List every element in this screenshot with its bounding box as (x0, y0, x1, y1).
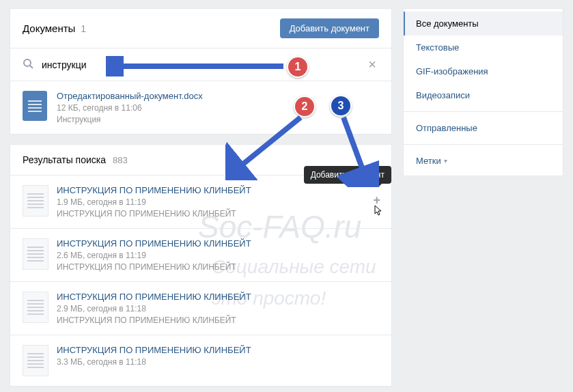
documents-count: 1 (81, 23, 86, 34)
result-item[interactable]: ИНСТРУКЦИЯ ПО ПРИМЕНЕНИЮ КЛИНБЕЙТ 1.9 МБ… (10, 176, 391, 229)
result-desc: ИНСТРУКЦИЯ ПО ПРИМЕНЕНИЮ КЛИНБЕЙТ (57, 209, 379, 219)
document-thumb-icon (23, 185, 48, 216)
document-file-icon (23, 91, 47, 121)
documents-title: Документы (23, 23, 75, 34)
documents-panel: Документы 1 Добавить документ × Отредакт… (10, 8, 392, 135)
result-title: ИНСТРУКЦИЯ ПО ПРИМЕНЕНИЮ КЛИНБЕЙТ (57, 292, 379, 302)
own-document-row[interactable]: Отредактированный-документ.docx 12 КБ, с… (10, 81, 391, 134)
add-document-tooltip: Добавить документ (304, 166, 391, 184)
result-title: ИНСТРУКЦИЯ ПО ПРИМЕНЕНИЮ КЛИНБЕЙТ (57, 238, 379, 249)
svg-line-1 (30, 66, 33, 68)
sidebar-panel: Все документыТекстовыеGIF-изображенияВид… (403, 8, 563, 176)
result-title: ИНСТРУКЦИЯ ПО ПРИМЕНЕНИЮ КЛИНБЕЙТ (57, 185, 379, 195)
result-desc: ИНСТРУКЦИЯ ПО ПРИМЕНЕНИЮ КЛИНБЕЙТ (57, 262, 379, 272)
result-item[interactable]: ИНСТРУКЦИЯ ПО ПРИМЕНЕНИЮ КЛИНБЕЙТ 2.6 МБ… (10, 229, 391, 282)
search-results-panel: Результаты поиска 883 ИНСТРУКЦИЯ ПО ПРИМ… (10, 144, 392, 387)
results-count: 883 (113, 155, 128, 165)
sidebar-sent[interactable]: Отправленные (404, 116, 563, 140)
document-thumb-icon (23, 345, 48, 376)
clear-search-button[interactable]: × (365, 57, 379, 72)
result-item[interactable]: ИНСТРУКЦИЯ ПО ПРИМЕНЕНИЮ КЛИНБЕЙТ 3.3 МБ… (10, 335, 391, 386)
sidebar-item-1[interactable]: Текстовые (404, 36, 563, 59)
sidebar-item-0[interactable]: Все документы (404, 12, 563, 36)
result-title: ИНСТРУКЦИЯ ПО ПРИМЕНЕНИЮ КЛИНБЕЙТ (57, 345, 379, 355)
results-title: Результаты поиска (23, 154, 106, 165)
add-document-button[interactable]: Добавить документ (280, 18, 379, 38)
document-title: Отредактированный-документ.docx (57, 91, 203, 101)
result-item[interactable]: ИНСТРУКЦИЯ ПО ПРИМЕНЕНИЮ КЛИНБЕЙТ 2.9 МБ… (10, 282, 391, 335)
result-meta: 1.9 МБ, сегодня в 11:19 (57, 197, 379, 207)
document-meta: 12 КБ, сегодня в 11:06 (57, 103, 203, 113)
document-thumb-icon (23, 238, 48, 270)
svg-point-0 (24, 59, 31, 66)
chevron-down-icon: ▾ (444, 157, 447, 165)
sidebar-item-2[interactable]: GIF-изображения (404, 59, 563, 83)
document-thumb-icon (23, 292, 48, 323)
sidebar-labels-dropdown[interactable]: Метки ▾ (404, 149, 563, 173)
result-meta: 2.9 МБ, сегодня в 11:18 (57, 304, 379, 313)
search-input[interactable] (42, 59, 365, 70)
result-meta: 2.6 МБ, сегодня в 11:19 (57, 251, 379, 260)
add-result-button[interactable]: + (373, 193, 380, 208)
result-meta: 3.3 МБ, сегодня в 11:18 (57, 357, 379, 367)
result-desc: ИНСТРУКЦИЯ ПО ПРИМЕНЕНИЮ КЛИНБЕЙТ (57, 316, 379, 325)
sidebar-item-3[interactable]: Видеозаписи (404, 83, 563, 107)
search-icon (23, 58, 33, 72)
document-tag: Инструкция (57, 115, 203, 124)
